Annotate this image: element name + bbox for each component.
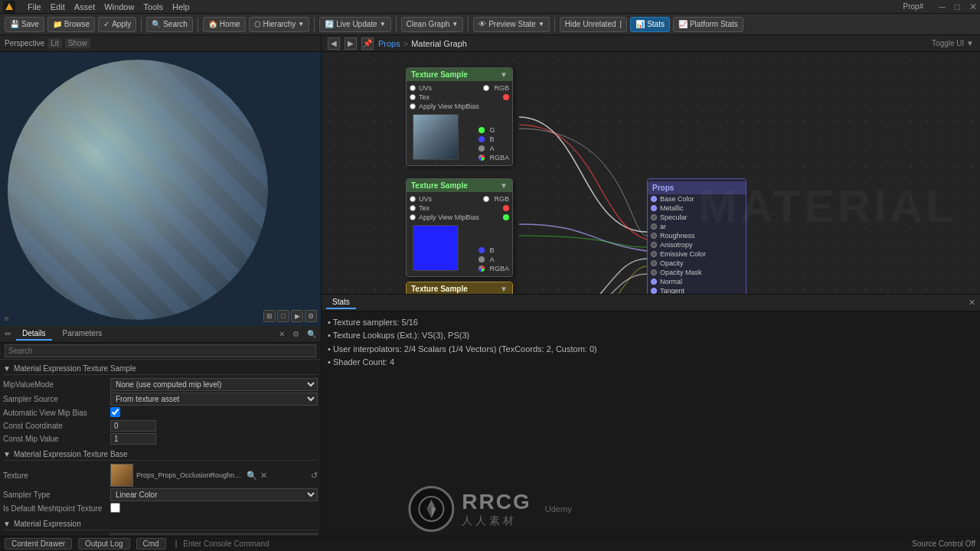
search-details-input[interactable] <box>5 344 316 357</box>
node1-tex-pin[interactable] <box>410 94 416 100</box>
realtime-btn[interactable]: ▶ <box>291 310 303 322</box>
apply-button[interactable]: ✓ Apply <box>98 17 136 32</box>
node2-tex-pin[interactable] <box>410 205 416 211</box>
node1-uvs-row: UVs RGB <box>407 83 512 93</box>
texture-browse-btn[interactable]: 🔍 <box>247 471 257 481</box>
node2-close[interactable]: ▼ <box>500 181 508 190</box>
node2-a-out[interactable] <box>479 256 485 262</box>
mat-normal-pin[interactable] <box>651 279 657 285</box>
node1-b-out[interactable] <box>479 136 485 142</box>
menu-tools[interactable]: Tools <box>143 2 163 11</box>
node2-g-out[interactable] <box>503 214 509 220</box>
mat-base-color-pin[interactable] <box>651 196 657 202</box>
preview-state-button[interactable]: 👁 Preview State ▼ <box>473 17 550 32</box>
clean-graph-button[interactable]: Clean Graph ▼ <box>401 17 464 32</box>
nav-pin-btn[interactable]: 📌 <box>361 37 374 50</box>
graph-canvas[interactable]: Texture Sample ▼ UVs RGB Tex <box>322 52 980 294</box>
texture-node-1[interactable]: Texture Sample ▼ UVs RGB Tex <box>406 67 513 166</box>
node1-close[interactable]: ▼ <box>500 70 508 79</box>
close-details-btn[interactable]: ✕ <box>279 330 285 338</box>
source-control-status[interactable]: Source Control Off <box>912 540 975 548</box>
search-button[interactable]: 🔍 Search <box>146 17 193 32</box>
content-drawer-btn[interactable]: Content Drawer <box>5 538 72 549</box>
tab-details[interactable]: Details <box>16 328 52 341</box>
mip-value-select[interactable]: None (use computed mip level) <box>110 378 318 391</box>
tab-parameters[interactable]: Parameters <box>57 328 109 341</box>
stats-button[interactable]: 📊 Stats <box>630 17 670 32</box>
node1-g-out[interactable] <box>479 127 485 133</box>
material-node[interactable]: Props Base Color Metallic Specular <box>647 178 746 294</box>
mat-emissive-pin[interactable] <box>651 251 657 257</box>
const-coord-input[interactable] <box>110 420 156 432</box>
menu-help[interactable]: Help <box>172 2 190 11</box>
node1-a-out[interactable] <box>479 145 485 152</box>
section-material-expr-header[interactable]: ▼ Material Expression <box>3 518 318 530</box>
menu-file[interactable]: File <box>28 2 41 11</box>
node1-rgb-out[interactable] <box>483 85 489 91</box>
fit-view-btn[interactable]: ⊞ <box>263 310 276 322</box>
browse-button[interactable]: 📁 Browse <box>47 17 95 32</box>
cmd-input[interactable] <box>183 540 906 548</box>
sampler-type-select[interactable]: Linear Color <box>110 488 318 501</box>
output-log-btn[interactable]: Output Log <box>78 538 129 549</box>
node2-b-out[interactable] <box>479 247 485 253</box>
nav-forward-btn[interactable]: ▶ <box>345 37 357 50</box>
node1-mip-pin[interactable] <box>410 103 416 109</box>
ortho-btn[interactable]: □ <box>277 310 289 322</box>
toggle-ui-btn[interactable]: Toggle UI ▼ <box>932 39 974 47</box>
search-details-btn[interactable]: 🔍 <box>307 330 316 338</box>
menu-window[interactable]: Window <box>104 2 134 11</box>
cmd-btn[interactable]: Cmd <box>136 538 166 549</box>
platform-stats-button[interactable]: 📈 Platform Stats <box>673 17 743 32</box>
default-mesh-checkbox[interactable] <box>110 503 120 513</box>
texture-node-2[interactable]: Texture Sample ▼ UVs RGB Tex <box>406 178 513 277</box>
node2-r-out[interactable] <box>503 205 509 211</box>
menu-edit[interactable]: Edit <box>51 2 65 11</box>
hide-unrelated-button[interactable]: Hide Unrelated | <box>560 17 627 32</box>
nav-back-btn[interactable]: ◀ <box>328 37 340 50</box>
section-texture-sample-header[interactable]: ▼ Material Expression Texture Sample <box>3 363 318 375</box>
menu-asset[interactable]: Asset <box>74 2 96 11</box>
const-mip-input[interactable] <box>110 433 156 445</box>
viewport-mode-btn1[interactable]: Lit <box>47 38 62 48</box>
save-button[interactable]: 💾 Save <box>5 17 44 32</box>
const-coord-row: Const Coordinate <box>3 419 318 432</box>
settings-details-btn[interactable]: ⚙ <box>292 330 299 338</box>
mat-ar-pin[interactable] <box>651 223 657 230</box>
live-update-button[interactable]: 🔄 Live Update ▼ <box>319 17 390 32</box>
node3-close[interactable]: ▼ <box>500 285 508 293</box>
perspective-btn[interactable]: Perspective <box>5 39 44 47</box>
sampler-source-select[interactable]: From texture asset <box>110 393 318 406</box>
maximize-btn[interactable]: □ <box>955 2 960 12</box>
mat-specular-pin[interactable] <box>651 214 657 220</box>
viewport-canvas[interactable]: ⊕ ⊞ □ ▶ ⚙ <box>0 52 321 326</box>
auto-mip-checkbox[interactable] <box>110 407 120 417</box>
mat-roughness-pin[interactable] <box>651 233 657 239</box>
stats-close-btn[interactable]: ✕ <box>969 298 975 308</box>
mat-tangent-pin[interactable] <box>651 288 657 294</box>
close-btn[interactable]: ✕ <box>969 2 977 12</box>
minimize-btn[interactable]: ─ <box>939 2 946 12</box>
mat-opacity-pin[interactable] <box>651 260 657 266</box>
texture-node-3[interactable]: Texture Sample ▼ UVs RGB Tex <box>406 282 513 294</box>
node1-r-out[interactable] <box>503 94 509 100</box>
node1-rgba-out[interactable] <box>479 155 485 161</box>
stats-tab[interactable]: Stats <box>326 296 356 309</box>
show-btn[interactable]: Show <box>65 38 90 48</box>
node2-rgb-out[interactable] <box>483 196 489 202</box>
desc-input[interactable] <box>110 533 318 536</box>
home-button[interactable]: 🏠 Home <box>203 17 246 32</box>
mat-anisotropy-pin[interactable] <box>651 242 657 248</box>
section-texture-base-header[interactable]: ▼ Material Expression Texture Base <box>3 448 318 461</box>
texture-clear-btn[interactable]: ✕ <box>260 471 267 481</box>
node2-rgba-out[interactable] <box>479 266 485 272</box>
breadcrumb-parent[interactable]: Props <box>378 39 400 48</box>
texture-reset-btn[interactable]: ↺ <box>311 471 318 481</box>
node2-mip-pin[interactable] <box>410 214 416 220</box>
node1-uvs-pin[interactable] <box>410 85 416 91</box>
settings-btn[interactable]: ⚙ <box>305 310 317 322</box>
node2-uvs-pin[interactable] <box>410 196 416 202</box>
mat-opacity-mask-pin[interactable] <box>651 269 657 276</box>
hierarchy-button[interactable]: ⬡ Hierarchy ▼ <box>249 17 310 32</box>
mat-metallic-pin[interactable] <box>651 205 657 211</box>
